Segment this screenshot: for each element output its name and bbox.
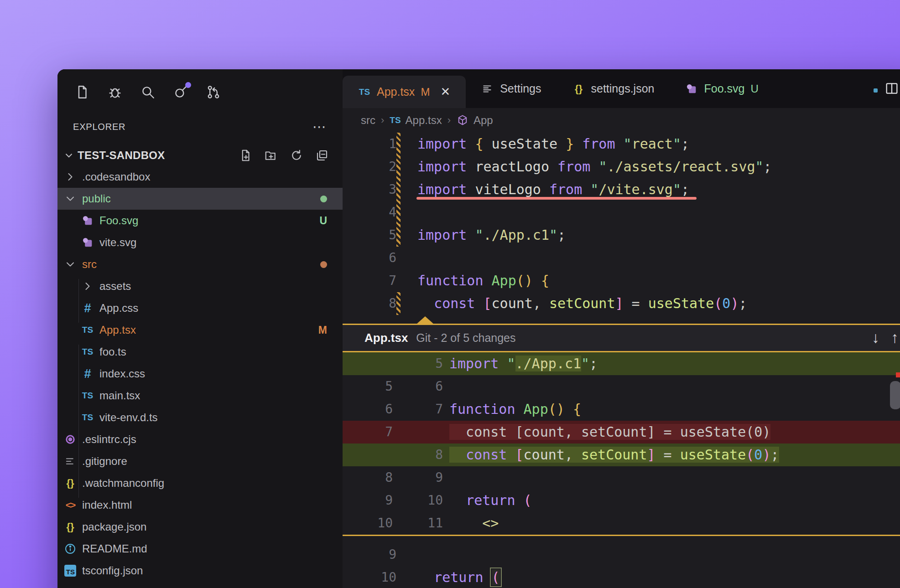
gitignore-file-icon (64, 455, 77, 468)
diff-row-del[interactable]: 7 const [count, setCount] = useState(0) (343, 421, 900, 444)
diff-row-ins[interactable]: 8 const [count, setCount] = useState(0); (343, 444, 900, 466)
line-number: 2 (343, 155, 396, 178)
file-name: assets (99, 280, 131, 293)
code-line-2[interactable]: 2 import reactLogo from "./assets/react.… (343, 155, 900, 178)
tab-settings.json[interactable]: {} settings.json (557, 69, 670, 108)
debug-icon[interactable] (107, 84, 123, 100)
workspace-section-header[interactable]: TEST-SANDBOX (57, 144, 343, 166)
tree-item-README.md[interactable]: README.md (57, 538, 343, 560)
tree-item-index.css[interactable]: #index.css (57, 363, 343, 385)
explorer-title: EXPLORER (73, 122, 125, 132)
tree-item-Foo.svg[interactable]: Foo.svgU (57, 210, 343, 232)
refresh-icon[interactable] (290, 149, 303, 162)
scrollbar-thumb[interactable] (890, 381, 900, 409)
diff-row-ctx[interactable]: 8 9 (343, 466, 900, 489)
code-line-6[interactable]: 6 (343, 247, 900, 269)
breadcrumb-item-src[interactable]: src (361, 114, 375, 127)
tab-Foo.svg[interactable]: Foo.svg U (670, 69, 774, 108)
readme-file-icon (64, 542, 77, 555)
new-file-icon[interactable] (239, 149, 252, 162)
search-icon[interactable] (140, 84, 156, 100)
code-editor-top[interactable]: 1 import { useState } from "react"; 2 im… (343, 133, 900, 315)
diff-row-ctx[interactable]: 10 11 <> (343, 512, 900, 535)
tree-item-vite-env.d.ts[interactable]: TSvite-env.d.ts (57, 407, 343, 428)
css-file-icon: # (84, 301, 91, 315)
next-change-icon[interactable]: ↓ (872, 329, 879, 346)
previous-change-icon[interactable]: ↑ (891, 329, 899, 346)
chev-right-icon (81, 280, 94, 293)
tab-App.tsx[interactable]: TS App.tsx M ✕ (343, 76, 466, 108)
tree-item-assets[interactable]: assets (57, 275, 343, 297)
file-name: App.css (99, 302, 138, 315)
tree-item-package.json[interactable]: {}package.json (57, 516, 343, 538)
tab-label: Foo.svg (704, 82, 744, 95)
code-line-4[interactable]: 4 (343, 201, 900, 224)
tree-item-.watchmanconfig[interactable]: {}.watchmanconfig (57, 472, 343, 494)
tree-item-.eslintrc.cjs[interactable]: .eslintrc.cjs (57, 428, 343, 450)
tree-item-App.css[interactable]: #App.css (57, 297, 343, 319)
tree-item-App.tsx[interactable]: TSApp.tsxM (57, 319, 343, 341)
tree-item-tsconfig.json[interactable]: TStsconfig.json (57, 560, 343, 582)
diff-old-line-number: 7 (343, 421, 393, 444)
ports-icon[interactable] (172, 84, 189, 100)
workspace-name: TEST-SANDBOX (78, 149, 165, 162)
file-name: package.json (82, 521, 146, 533)
collapse-all-icon[interactable] (315, 149, 329, 162)
diff-view[interactable]: 5 import "./App.c1"; 5 6 6 7 function Ap… (343, 352, 900, 535)
more-actions-icon[interactable]: ⋯ (312, 124, 327, 129)
tree-item-public[interactable]: public (57, 188, 343, 210)
file-name: src (82, 258, 97, 271)
files-icon[interactable] (74, 84, 90, 100)
new-folder-icon[interactable] (264, 149, 278, 162)
tree-item-foo.ts[interactable]: TSfoo.ts (57, 341, 343, 363)
split-editor-icon[interactable] (884, 81, 899, 98)
code-line-5[interactable]: 5 import "./App.c1"; (343, 224, 900, 247)
tree-item-.codesandbox[interactable]: .codesandbox (57, 166, 343, 188)
chev-down-icon (64, 192, 77, 205)
file-name: foo.ts (99, 346, 126, 358)
file-name: .eslintrc.cjs (82, 433, 136, 446)
tree-item-partial[interactable]: {} (57, 582, 343, 588)
tree-item-vite.svg[interactable]: vite.svg (57, 232, 343, 253)
desktop-background: EXPLORER ⋯ TEST-SANDBOX .codesandboxpubl… (0, 0, 900, 588)
diff-row-ctx[interactable]: 6 7 function App() { (343, 398, 900, 421)
diff-old-line-number (343, 352, 393, 375)
breadcrumb-item-App.tsx[interactable]: TSApp.tsx (390, 114, 442, 127)
tree-item-main.tsx[interactable]: TSmain.tsx (57, 385, 343, 407)
git-status-dot (320, 261, 327, 268)
code-line-8[interactable]: 8 const [count, setCount] = useState(0); (343, 292, 900, 315)
tab-label: settings.json (591, 82, 655, 95)
tab-Settings[interactable]: Settings (466, 69, 557, 108)
close-tab-icon[interactable]: ✕ (440, 85, 450, 99)
file-name: index.css (99, 367, 145, 380)
file-name: index.html (82, 499, 132, 511)
diff-row-ctx[interactable]: 9 10 return ( (343, 489, 900, 512)
html-file-icon: <> (66, 500, 75, 511)
code-line-7[interactable]: 7 function App() { (343, 269, 900, 292)
breadcrumb-separator: › (447, 114, 451, 126)
breadcrumb-item-App[interactable]: App (456, 114, 493, 127)
image-file-icon (81, 236, 94, 249)
tree-item-.gitignore[interactable]: .gitignore (57, 450, 343, 472)
git-status-badge: M (318, 324, 327, 336)
diff-row-ins[interactable]: 5 import "./App.c1"; (343, 352, 900, 375)
diff-old-line-number: 6 (343, 398, 393, 421)
code-line-9[interactable]: 9 (343, 543, 900, 566)
tree-item-index.html[interactable]: <>index.html (57, 494, 343, 516)
diff-old-line-number: 9 (343, 489, 393, 512)
source-control-icon[interactable] (205, 84, 222, 100)
css-file-icon: # (84, 367, 91, 381)
typescript-file-icon: TS (82, 391, 93, 401)
code-line-3[interactable]: 3 import viteLogo from "/vite.svg"; (343, 178, 900, 201)
line-number: 8 (343, 292, 396, 315)
code-line-1[interactable]: 1 import { useState } from "react"; (343, 133, 900, 155)
image-file-icon (685, 83, 698, 95)
tree-item-src[interactable]: src (57, 253, 343, 275)
git-status-dot (320, 196, 327, 202)
line-number: 5 (343, 224, 396, 247)
code-editor-bottom[interactable]: 9 10 return ( (343, 543, 900, 588)
file-tree: .codesandboxpublicFoo.svgUvite.svgsrcass… (57, 166, 343, 588)
typescript-file-icon: TS (82, 325, 93, 335)
diff-row-ctx[interactable]: 5 6 (343, 375, 900, 398)
code-line-10[interactable]: 10 return ( (343, 566, 900, 588)
